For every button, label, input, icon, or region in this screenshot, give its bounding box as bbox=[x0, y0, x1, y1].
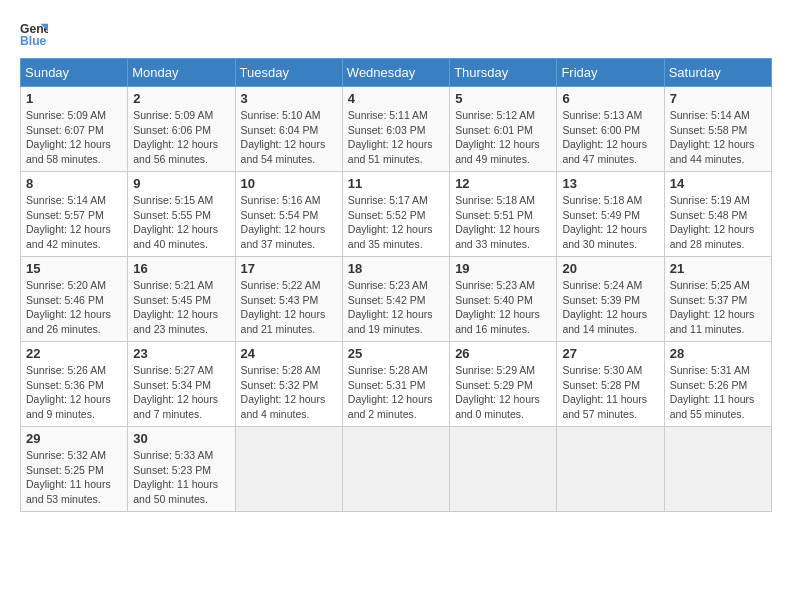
day-number: 28 bbox=[670, 346, 766, 361]
page-header: General Blue bbox=[20, 20, 772, 48]
header-wednesday: Wednesday bbox=[342, 59, 449, 87]
day-number: 9 bbox=[133, 176, 229, 191]
day-cell-3: 3Sunrise: 5:10 AM Sunset: 6:04 PM Daylig… bbox=[235, 87, 342, 172]
day-info: Sunrise: 5:16 AM Sunset: 5:54 PM Dayligh… bbox=[241, 193, 337, 252]
day-info: Sunrise: 5:25 AM Sunset: 5:37 PM Dayligh… bbox=[670, 278, 766, 337]
day-info: Sunrise: 5:32 AM Sunset: 5:25 PM Dayligh… bbox=[26, 448, 122, 507]
empty-cell bbox=[664, 427, 771, 512]
day-info: Sunrise: 5:29 AM Sunset: 5:29 PM Dayligh… bbox=[455, 363, 551, 422]
day-cell-14: 14Sunrise: 5:19 AM Sunset: 5:48 PM Dayli… bbox=[664, 172, 771, 257]
day-info: Sunrise: 5:33 AM Sunset: 5:23 PM Dayligh… bbox=[133, 448, 229, 507]
day-number: 17 bbox=[241, 261, 337, 276]
day-info: Sunrise: 5:13 AM Sunset: 6:00 PM Dayligh… bbox=[562, 108, 658, 167]
day-cell-7: 7Sunrise: 5:14 AM Sunset: 5:58 PM Daylig… bbox=[664, 87, 771, 172]
day-number: 13 bbox=[562, 176, 658, 191]
day-number: 22 bbox=[26, 346, 122, 361]
day-cell-25: 25Sunrise: 5:28 AM Sunset: 5:31 PM Dayli… bbox=[342, 342, 449, 427]
day-cell-30: 30Sunrise: 5:33 AM Sunset: 5:23 PM Dayli… bbox=[128, 427, 235, 512]
day-info: Sunrise: 5:22 AM Sunset: 5:43 PM Dayligh… bbox=[241, 278, 337, 337]
day-cell-27: 27Sunrise: 5:30 AM Sunset: 5:28 PM Dayli… bbox=[557, 342, 664, 427]
day-cell-28: 28Sunrise: 5:31 AM Sunset: 5:26 PM Dayli… bbox=[664, 342, 771, 427]
day-number: 4 bbox=[348, 91, 444, 106]
day-info: Sunrise: 5:20 AM Sunset: 5:46 PM Dayligh… bbox=[26, 278, 122, 337]
day-number: 8 bbox=[26, 176, 122, 191]
day-number: 24 bbox=[241, 346, 337, 361]
day-number: 27 bbox=[562, 346, 658, 361]
day-info: Sunrise: 5:12 AM Sunset: 6:01 PM Dayligh… bbox=[455, 108, 551, 167]
header-monday: Monday bbox=[128, 59, 235, 87]
day-info: Sunrise: 5:11 AM Sunset: 6:03 PM Dayligh… bbox=[348, 108, 444, 167]
day-cell-8: 8Sunrise: 5:14 AM Sunset: 5:57 PM Daylig… bbox=[21, 172, 128, 257]
day-info: Sunrise: 5:09 AM Sunset: 6:07 PM Dayligh… bbox=[26, 108, 122, 167]
empty-cell bbox=[235, 427, 342, 512]
day-info: Sunrise: 5:23 AM Sunset: 5:40 PM Dayligh… bbox=[455, 278, 551, 337]
day-cell-4: 4Sunrise: 5:11 AM Sunset: 6:03 PM Daylig… bbox=[342, 87, 449, 172]
day-cell-5: 5Sunrise: 5:12 AM Sunset: 6:01 PM Daylig… bbox=[450, 87, 557, 172]
calendar-week-5: 29Sunrise: 5:32 AM Sunset: 5:25 PM Dayli… bbox=[21, 427, 772, 512]
day-info: Sunrise: 5:28 AM Sunset: 5:31 PM Dayligh… bbox=[348, 363, 444, 422]
day-number: 25 bbox=[348, 346, 444, 361]
calendar-table: SundayMondayTuesdayWednesdayThursdayFrid… bbox=[20, 58, 772, 512]
calendar-week-3: 15Sunrise: 5:20 AM Sunset: 5:46 PM Dayli… bbox=[21, 257, 772, 342]
day-number: 1 bbox=[26, 91, 122, 106]
calendar-week-1: 1Sunrise: 5:09 AM Sunset: 6:07 PM Daylig… bbox=[21, 87, 772, 172]
logo: General Blue bbox=[20, 20, 52, 48]
svg-text:Blue: Blue bbox=[20, 34, 47, 48]
day-info: Sunrise: 5:18 AM Sunset: 5:51 PM Dayligh… bbox=[455, 193, 551, 252]
day-number: 5 bbox=[455, 91, 551, 106]
day-cell-20: 20Sunrise: 5:24 AM Sunset: 5:39 PM Dayli… bbox=[557, 257, 664, 342]
empty-cell bbox=[450, 427, 557, 512]
day-cell-19: 19Sunrise: 5:23 AM Sunset: 5:40 PM Dayli… bbox=[450, 257, 557, 342]
day-cell-18: 18Sunrise: 5:23 AM Sunset: 5:42 PM Dayli… bbox=[342, 257, 449, 342]
day-number: 18 bbox=[348, 261, 444, 276]
day-cell-22: 22Sunrise: 5:26 AM Sunset: 5:36 PM Dayli… bbox=[21, 342, 128, 427]
day-cell-9: 9Sunrise: 5:15 AM Sunset: 5:55 PM Daylig… bbox=[128, 172, 235, 257]
day-cell-11: 11Sunrise: 5:17 AM Sunset: 5:52 PM Dayli… bbox=[342, 172, 449, 257]
day-cell-10: 10Sunrise: 5:16 AM Sunset: 5:54 PM Dayli… bbox=[235, 172, 342, 257]
day-info: Sunrise: 5:21 AM Sunset: 5:45 PM Dayligh… bbox=[133, 278, 229, 337]
day-cell-17: 17Sunrise: 5:22 AM Sunset: 5:43 PM Dayli… bbox=[235, 257, 342, 342]
calendar-header-row: SundayMondayTuesdayWednesdayThursdayFrid… bbox=[21, 59, 772, 87]
logo-icon: General Blue bbox=[20, 20, 48, 48]
day-cell-24: 24Sunrise: 5:28 AM Sunset: 5:32 PM Dayli… bbox=[235, 342, 342, 427]
day-number: 21 bbox=[670, 261, 766, 276]
header-tuesday: Tuesday bbox=[235, 59, 342, 87]
day-cell-29: 29Sunrise: 5:32 AM Sunset: 5:25 PM Dayli… bbox=[21, 427, 128, 512]
day-number: 11 bbox=[348, 176, 444, 191]
day-info: Sunrise: 5:27 AM Sunset: 5:34 PM Dayligh… bbox=[133, 363, 229, 422]
day-info: Sunrise: 5:26 AM Sunset: 5:36 PM Dayligh… bbox=[26, 363, 122, 422]
day-number: 7 bbox=[670, 91, 766, 106]
day-cell-1: 1Sunrise: 5:09 AM Sunset: 6:07 PM Daylig… bbox=[21, 87, 128, 172]
day-number: 15 bbox=[26, 261, 122, 276]
day-number: 14 bbox=[670, 176, 766, 191]
day-cell-23: 23Sunrise: 5:27 AM Sunset: 5:34 PM Dayli… bbox=[128, 342, 235, 427]
calendar-week-4: 22Sunrise: 5:26 AM Sunset: 5:36 PM Dayli… bbox=[21, 342, 772, 427]
day-info: Sunrise: 5:14 AM Sunset: 5:57 PM Dayligh… bbox=[26, 193, 122, 252]
day-info: Sunrise: 5:10 AM Sunset: 6:04 PM Dayligh… bbox=[241, 108, 337, 167]
day-cell-16: 16Sunrise: 5:21 AM Sunset: 5:45 PM Dayli… bbox=[128, 257, 235, 342]
day-cell-15: 15Sunrise: 5:20 AM Sunset: 5:46 PM Dayli… bbox=[21, 257, 128, 342]
day-info: Sunrise: 5:18 AM Sunset: 5:49 PM Dayligh… bbox=[562, 193, 658, 252]
day-number: 30 bbox=[133, 431, 229, 446]
day-info: Sunrise: 5:24 AM Sunset: 5:39 PM Dayligh… bbox=[562, 278, 658, 337]
day-number: 2 bbox=[133, 91, 229, 106]
day-info: Sunrise: 5:15 AM Sunset: 5:55 PM Dayligh… bbox=[133, 193, 229, 252]
day-number: 10 bbox=[241, 176, 337, 191]
empty-cell bbox=[342, 427, 449, 512]
day-number: 20 bbox=[562, 261, 658, 276]
day-info: Sunrise: 5:17 AM Sunset: 5:52 PM Dayligh… bbox=[348, 193, 444, 252]
day-cell-26: 26Sunrise: 5:29 AM Sunset: 5:29 PM Dayli… bbox=[450, 342, 557, 427]
day-cell-2: 2Sunrise: 5:09 AM Sunset: 6:06 PM Daylig… bbox=[128, 87, 235, 172]
day-info: Sunrise: 5:09 AM Sunset: 6:06 PM Dayligh… bbox=[133, 108, 229, 167]
day-number: 3 bbox=[241, 91, 337, 106]
day-number: 12 bbox=[455, 176, 551, 191]
day-cell-12: 12Sunrise: 5:18 AM Sunset: 5:51 PM Dayli… bbox=[450, 172, 557, 257]
header-thursday: Thursday bbox=[450, 59, 557, 87]
day-info: Sunrise: 5:30 AM Sunset: 5:28 PM Dayligh… bbox=[562, 363, 658, 422]
day-info: Sunrise: 5:19 AM Sunset: 5:48 PM Dayligh… bbox=[670, 193, 766, 252]
day-number: 29 bbox=[26, 431, 122, 446]
calendar-week-2: 8Sunrise: 5:14 AM Sunset: 5:57 PM Daylig… bbox=[21, 172, 772, 257]
day-number: 23 bbox=[133, 346, 229, 361]
day-number: 26 bbox=[455, 346, 551, 361]
day-number: 19 bbox=[455, 261, 551, 276]
